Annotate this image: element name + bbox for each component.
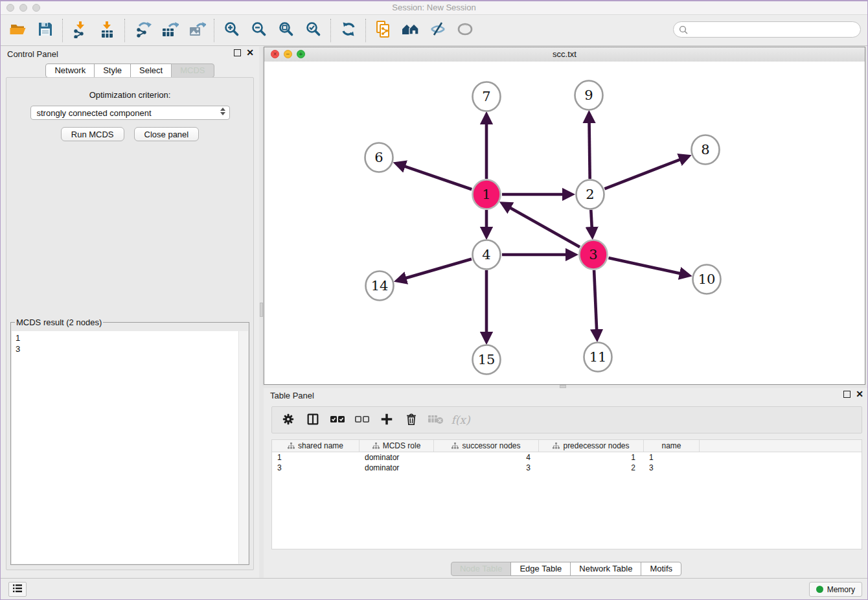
import-table-icon — [99, 21, 116, 40]
tab-network-table[interactable]: Network Table — [570, 562, 641, 576]
float-panel-icon[interactable] — [843, 391, 851, 398]
task-history-button[interactable] — [8, 582, 27, 597]
export-network-button[interactable] — [129, 17, 156, 43]
search-input[interactable] — [688, 25, 860, 34]
tab-node-table[interactable]: Node Table — [451, 562, 512, 576]
vertical-splitter[interactable] — [259, 47, 264, 578]
close-panel-icon[interactable]: ✕ — [246, 49, 254, 56]
close-panel-button[interactable]: Close panel — [134, 127, 200, 141]
unchecked-boxes-icon — [354, 415, 370, 426]
open-session-button[interactable] — [5, 17, 32, 43]
node-10[interactable]: 10 — [693, 265, 721, 294]
table-row[interactable]: 1dominator411 — [272, 452, 862, 463]
network-preview-button[interactable] — [451, 17, 479, 43]
select-stepper-icon — [220, 108, 225, 115]
save-session-button[interactable] — [32, 17, 59, 43]
unselect-all-columns-button[interactable] — [351, 409, 373, 431]
node-1[interactable]: 1 — [473, 180, 501, 209]
select-all-columns-button[interactable] — [326, 409, 348, 431]
apply-layout-button[interactable] — [335, 17, 362, 43]
edge-4-14[interactable] — [405, 259, 472, 279]
function-builder-button[interactable]: f(x) — [450, 409, 472, 431]
node-7[interactable]: 7 — [473, 82, 501, 111]
edge-2-3[interactable] — [591, 210, 592, 228]
table-tabs: Node TableEdge TableNetwork TableMotifs — [264, 562, 868, 576]
zoom-in-icon — [223, 21, 240, 40]
trash-icon — [404, 412, 418, 428]
close-panel-icon[interactable]: ✕ — [856, 391, 863, 398]
zoom-in-button[interactable] — [218, 17, 246, 43]
show-graphics-details-button[interactable] — [424, 17, 451, 43]
node-15[interactable]: 15 — [473, 345, 501, 375]
add-column-button[interactable] — [376, 409, 398, 431]
column-header-predecessor-nodes[interactable]: predecessor nodes — [539, 440, 644, 452]
zoom-selected-button[interactable] — [300, 17, 327, 43]
network-window-title: scc.txt — [264, 49, 865, 59]
table-header-row: shared nameMCDS rolesuccessor nodesprede… — [272, 440, 862, 452]
tab-select[interactable]: Select — [130, 63, 172, 78]
import-table-button[interactable] — [94, 17, 121, 43]
control-panel-title: Control Panel — [7, 49, 58, 59]
zoom-out-button[interactable] — [246, 17, 273, 43]
export-network-icon — [134, 21, 152, 40]
float-panel-icon[interactable] — [234, 49, 241, 56]
column-header-name[interactable]: name — [644, 440, 700, 452]
edge-2-9[interactable] — [589, 122, 590, 179]
delete-table-button[interactable] — [425, 409, 447, 431]
node-2[interactable]: 2 — [577, 180, 604, 209]
eye-icon — [456, 21, 474, 40]
column-header-successor-nodes[interactable]: successor nodes — [434, 440, 539, 452]
node-8[interactable]: 8 — [692, 135, 720, 165]
table-row[interactable]: 3dominator323 — [272, 463, 862, 473]
svg-text:14: 14 — [371, 278, 389, 294]
delete-column-button[interactable] — [400, 409, 422, 431]
node-11[interactable]: 11 — [584, 343, 612, 372]
window-titlebar: Session: New Session — [1, 1, 867, 15]
result-scrollbar[interactable] — [238, 331, 248, 564]
export-table-button[interactable] — [156, 17, 183, 43]
import-network-button[interactable] — [67, 17, 94, 43]
edge-2-8[interactable] — [604, 159, 680, 189]
houses-icon — [401, 21, 420, 40]
tab-edge-table[interactable]: Edge Table — [510, 562, 571, 576]
node-table: shared nameMCDS rolesuccessor nodesprede… — [271, 439, 862, 549]
network-graph[interactable]: 1234678910111415 — [264, 62, 865, 385]
node-3[interactable]: 3 — [580, 240, 608, 270]
show-column-panel-button[interactable] — [302, 409, 324, 431]
node-4[interactable]: 4 — [473, 240, 501, 270]
new-network-from-selection-button[interactable] — [370, 17, 397, 43]
edge-3-1[interactable] — [510, 207, 580, 247]
zoom-selected-icon — [305, 21, 322, 40]
column-header-shared-name[interactable]: shared name — [272, 440, 360, 452]
edge-1-6[interactable] — [404, 166, 472, 189]
svg-text:7: 7 — [482, 89, 490, 104]
node-9[interactable]: 9 — [575, 81, 603, 110]
tab-motifs[interactable]: Motifs — [641, 562, 681, 576]
network-canvas[interactable]: 1234678910111415 — [264, 62, 865, 384]
table-options-button[interactable] — [277, 409, 299, 431]
tab-style[interactable]: Style — [94, 63, 131, 78]
tab-network[interactable]: Network — [45, 63, 95, 78]
splitter-handle[interactable] — [260, 303, 263, 317]
export-image-button[interactable] — [183, 17, 211, 43]
toolbar-separator — [62, 19, 63, 42]
first-neighbors-button[interactable] — [397, 17, 424, 43]
column-namespace-icon — [451, 443, 459, 449]
mcds-result-text[interactable]: 1 3 — [12, 331, 238, 564]
zoom-fit-button[interactable] — [273, 17, 300, 43]
edge-3-10[interactable] — [608, 258, 680, 273]
tab-mcds[interactable]: MCDS — [171, 63, 214, 78]
table-cell: 3 — [644, 463, 700, 472]
import-network-icon — [72, 21, 89, 40]
node-14[interactable]: 14 — [366, 271, 394, 301]
memory-button[interactable]: Memory — [809, 582, 862, 597]
table-cell: dominator — [360, 463, 434, 472]
column-header-MCDS-role[interactable]: MCDS role — [360, 440, 434, 452]
criterion-select[interactable]: strongly connected component — [30, 106, 230, 120]
mcds-result-title: MCDS result (2 nodes) — [15, 317, 103, 327]
edge-3-11[interactable] — [594, 270, 597, 330]
list-icon — [12, 584, 23, 595]
run-mcds-button[interactable]: Run MCDS — [61, 127, 124, 141]
node-6[interactable]: 6 — [365, 143, 393, 172]
memory-label: Memory — [827, 585, 855, 594]
